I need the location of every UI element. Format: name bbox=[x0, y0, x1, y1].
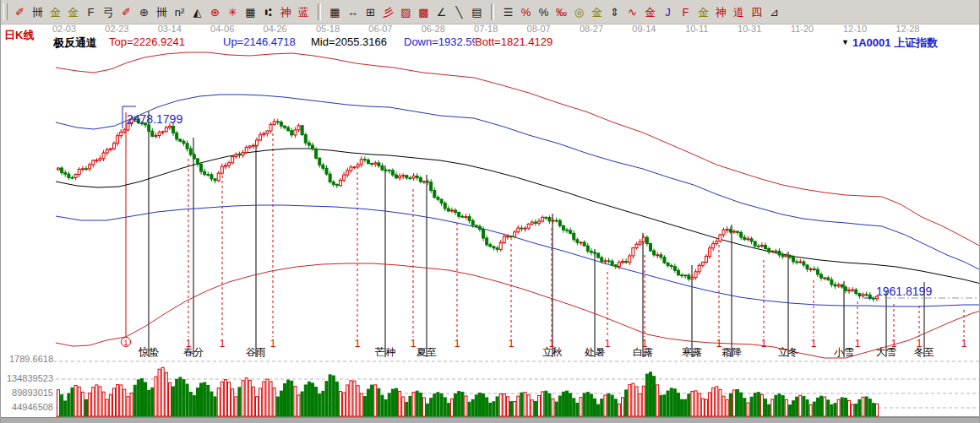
candle bbox=[754, 241, 756, 246]
candle bbox=[455, 210, 457, 213]
date-tick-label: 03-14 bbox=[151, 24, 188, 34]
candle bbox=[214, 179, 216, 181]
volume-bar bbox=[325, 382, 328, 416]
candle bbox=[256, 140, 259, 145]
box-tool-icon[interactable]: ⊞ bbox=[362, 3, 379, 21]
candle bbox=[200, 165, 203, 172]
gold-circle-icon[interactable]: ◎ bbox=[570, 3, 588, 21]
percent-lines-icon[interactable]: ‰ bbox=[553, 3, 570, 21]
gold-angle-icon[interactable]: 金 bbox=[694, 3, 712, 21]
indicator-up-value: Up=2146.4718 bbox=[223, 35, 296, 48]
width-measure-icon[interactable]: ↔ bbox=[344, 3, 362, 21]
volume-bar bbox=[207, 385, 210, 416]
volume-bar bbox=[771, 399, 774, 416]
ruler-grid-icon[interactable]: ▦ bbox=[326, 3, 344, 21]
volume-bar bbox=[109, 395, 112, 416]
channel-lines bbox=[56, 52, 980, 358]
gann-square2-icon[interactable]: ▩ bbox=[415, 3, 433, 21]
prism-tool-icon[interactable]: ◭ bbox=[188, 3, 206, 21]
measure-brush-icon[interactable]: ⇕ bbox=[606, 3, 623, 21]
angle-line-icon[interactable]: ∠ bbox=[433, 3, 450, 21]
candle bbox=[520, 228, 523, 229]
kline-chart[interactable]: 11789.66181348395238989301544946508惊蛰春分谷… bbox=[1, 0, 980, 423]
volume-bar bbox=[705, 399, 707, 416]
volume-bar bbox=[461, 392, 464, 416]
scale-ruler-icon[interactable]: ☰ bbox=[499, 3, 517, 21]
volume-bar bbox=[503, 393, 505, 416]
star-tool-icon[interactable]: ✳ bbox=[224, 3, 242, 21]
volume-bar bbox=[806, 400, 808, 416]
volume-bar bbox=[775, 395, 777, 416]
candle bbox=[263, 133, 265, 134]
si-angle-icon[interactable]: 四 bbox=[748, 3, 765, 21]
candle bbox=[604, 261, 607, 262]
candle bbox=[771, 251, 774, 252]
candle bbox=[496, 248, 498, 250]
shen-angle-icon[interactable]: 神 bbox=[712, 3, 730, 21]
volume-bar bbox=[604, 395, 607, 416]
small-angle-icon[interactable]: ⊿ bbox=[765, 3, 783, 21]
volume-bar bbox=[625, 390, 628, 416]
wave-tool-icon[interactable]: ∿ bbox=[623, 3, 641, 21]
volume-bar bbox=[137, 380, 139, 416]
f-angle-icon[interactable]: F bbox=[677, 3, 694, 21]
percent-red-icon[interactable]: % bbox=[517, 3, 535, 21]
gann-grid-icon[interactable]: ▦ bbox=[242, 3, 259, 21]
f-grid-icon[interactable]: F bbox=[82, 3, 100, 21]
dao-angle-icon[interactable]: 道 bbox=[730, 3, 748, 21]
volume-bar bbox=[381, 395, 384, 416]
candle bbox=[322, 165, 324, 168]
volume-bar bbox=[92, 388, 95, 416]
gold-lines-icon[interactable]: 金 bbox=[588, 3, 606, 21]
candle bbox=[813, 269, 815, 270]
volume-bar bbox=[284, 383, 286, 416]
symbol-selector[interactable]: 1A0001 上证指数 bbox=[852, 35, 938, 51]
candle bbox=[468, 217, 471, 221]
chevron-down-icon[interactable]: ▼ bbox=[841, 38, 849, 46]
volume-bar bbox=[168, 382, 171, 416]
candle bbox=[224, 165, 226, 166]
spiral-tool-icon[interactable]: 弓 bbox=[100, 3, 117, 21]
percent-icon[interactable]: % bbox=[535, 3, 553, 21]
grid2-tool-icon[interactable]: 卌 bbox=[153, 3, 171, 21]
candle bbox=[120, 132, 122, 135]
gann-fan-icon[interactable]: 彡 bbox=[379, 3, 397, 21]
k-pattern-icon[interactable]: ⑆ bbox=[259, 3, 277, 21]
gold-grid-icon[interactable]: 金 bbox=[46, 3, 64, 21]
candle bbox=[465, 217, 467, 218]
shen-tool-icon[interactable]: 神 bbox=[277, 3, 295, 21]
candle bbox=[645, 237, 648, 243]
candle bbox=[89, 165, 91, 169]
gold-grid2-icon[interactable]: 金 bbox=[64, 3, 82, 21]
candle bbox=[852, 290, 854, 290]
volume-bar bbox=[339, 392, 341, 416]
brush-tool-icon[interactable]: ✐ bbox=[11, 3, 29, 21]
event-count-label: 1 bbox=[355, 338, 361, 350]
red-brush-icon[interactable]: ✐ bbox=[117, 3, 135, 21]
candle bbox=[632, 248, 634, 256]
candle bbox=[450, 210, 453, 211]
candle bbox=[68, 174, 70, 177]
circle-cross-icon[interactable]: ⊕ bbox=[135, 3, 153, 21]
trend-line-icon[interactable]: ╲ bbox=[450, 3, 468, 21]
lan-tool-icon[interactable]: 蓝 bbox=[295, 3, 313, 21]
candle bbox=[667, 263, 669, 265]
candle bbox=[827, 278, 830, 279]
candle bbox=[653, 251, 656, 255]
parallel-lines-icon[interactable]: ▤ bbox=[468, 3, 486, 21]
gann-square-icon[interactable]: ▨ bbox=[397, 3, 415, 21]
channel-mid-line bbox=[56, 149, 980, 284]
grid-tool-icon[interactable]: 卌 bbox=[29, 3, 46, 21]
j-angle-icon[interactable]: J bbox=[659, 3, 677, 21]
volume-bar bbox=[698, 393, 700, 416]
volume-bar bbox=[681, 399, 683, 416]
compass-tool-icon[interactable]: ⊕ bbox=[206, 3, 224, 21]
gold-red-icon[interactable]: 金 bbox=[641, 3, 659, 21]
toolbar-drag-handle-icon[interactable] bbox=[3, 3, 8, 20]
volume-bar bbox=[694, 391, 697, 416]
horizontal-scrollbar[interactable] bbox=[1, 417, 980, 423]
candle bbox=[803, 262, 805, 265]
volume-bar bbox=[193, 396, 195, 416]
candle bbox=[775, 251, 777, 252]
n-squared-icon[interactable]: n² bbox=[171, 3, 188, 21]
